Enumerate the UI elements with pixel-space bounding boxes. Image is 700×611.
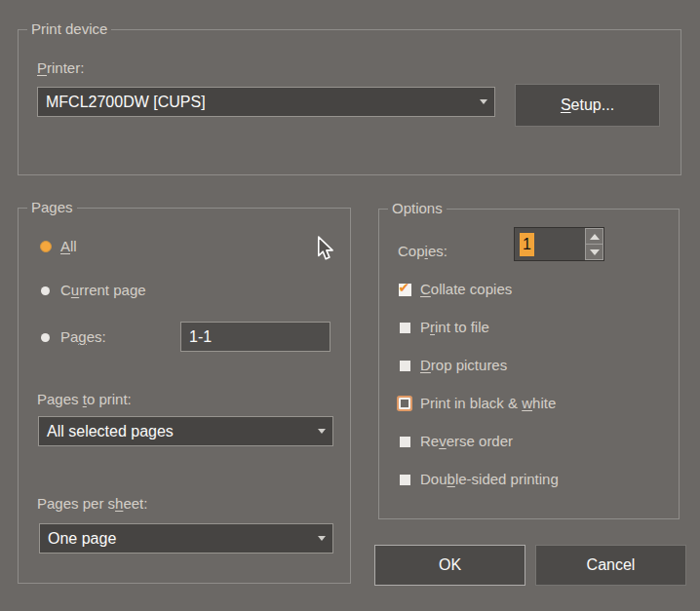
checkbox-unchecked-icon xyxy=(398,361,411,371)
printer-label: Printer: xyxy=(37,58,84,78)
pages-per-sheet-combobox[interactable]: One page xyxy=(39,523,333,554)
checkbox-focused-icon xyxy=(398,398,411,409)
checkbox-print-black-white-label: Print in black & white xyxy=(420,394,556,413)
radio-all[interactable]: All xyxy=(39,237,77,256)
radio-selected-icon xyxy=(39,241,52,252)
dropdown-arrow-icon xyxy=(311,429,332,434)
radio-pages[interactable]: Pages: xyxy=(39,327,106,347)
checkmark-icon: ✔ xyxy=(399,280,410,296)
checkbox-collate-copies-label: Collate copies xyxy=(420,280,512,299)
copies-label: Copies: xyxy=(398,242,447,261)
spin-up-button[interactable] xyxy=(585,228,603,245)
checkbox-checked-icon: ✔ xyxy=(398,284,411,296)
pages-group-title: Pages xyxy=(27,198,77,217)
checkbox-print-to-file[interactable]: Print to file xyxy=(398,318,489,337)
radio-unselected-icon xyxy=(39,333,52,342)
checkbox-drop-pictures-label: Drop pictures xyxy=(420,356,507,375)
pages-to-print-value: All selected pages xyxy=(39,423,311,440)
copies-input[interactable]: 1 xyxy=(515,228,585,260)
printer-combobox-value: MFCL2700DW [CUPS] xyxy=(38,94,473,111)
copies-spinbox[interactable]: 1 xyxy=(514,227,604,261)
radio-pages-label: Pages: xyxy=(60,327,106,347)
checkbox-drop-pictures[interactable]: Drop pictures xyxy=(398,356,507,375)
radio-current-page[interactable]: Current page xyxy=(39,281,146,300)
checkbox-double-sided[interactable]: Double-sided printing xyxy=(398,470,559,489)
checkbox-print-to-file-label: Print to file xyxy=(420,318,489,337)
pages-to-print-label: Pages to print: xyxy=(37,390,132,409)
cancel-button[interactable]: Cancel xyxy=(535,545,686,586)
page-range-input[interactable] xyxy=(180,322,331,352)
spin-down-icon xyxy=(590,249,600,255)
radio-unselected-icon xyxy=(39,286,52,295)
dropdown-arrow-icon xyxy=(311,536,332,541)
checkbox-unchecked-icon xyxy=(398,475,411,485)
copies-value-selected: 1 xyxy=(520,233,534,256)
print-dialog: Print device Printer: MFCL2700DW [CUPS] … xyxy=(0,0,700,611)
radio-current-page-label: Current page xyxy=(60,281,146,300)
printer-combobox[interactable]: MFCL2700DW [CUPS] xyxy=(37,87,495,117)
checkbox-reverse-order[interactable]: Reverse order xyxy=(398,432,513,451)
checkbox-double-sided-label: Double-sided printing xyxy=(420,470,559,489)
radio-all-label: All xyxy=(60,237,77,256)
spin-down-button[interactable] xyxy=(585,245,603,260)
checkbox-print-black-white[interactable]: Print in black & white xyxy=(398,394,556,413)
pages-per-sheet-value: One page xyxy=(40,530,311,548)
print-device-group-title: Print device xyxy=(27,19,111,39)
ok-button[interactable]: OK xyxy=(374,545,525,586)
setup-button[interactable]: Setup... xyxy=(515,84,660,127)
pages-per-sheet-label: Pages per sheet: xyxy=(37,494,147,514)
checkbox-unchecked-icon xyxy=(398,323,411,333)
checkbox-collate-copies[interactable]: ✔ Collate copies xyxy=(398,280,512,299)
options-group-title: Options xyxy=(388,199,447,218)
pages-to-print-combobox[interactable]: All selected pages xyxy=(38,416,333,446)
dropdown-arrow-icon xyxy=(473,99,494,104)
spin-up-icon xyxy=(590,234,600,240)
checkbox-unchecked-icon xyxy=(398,437,411,447)
checkbox-reverse-order-label: Reverse order xyxy=(420,432,513,451)
